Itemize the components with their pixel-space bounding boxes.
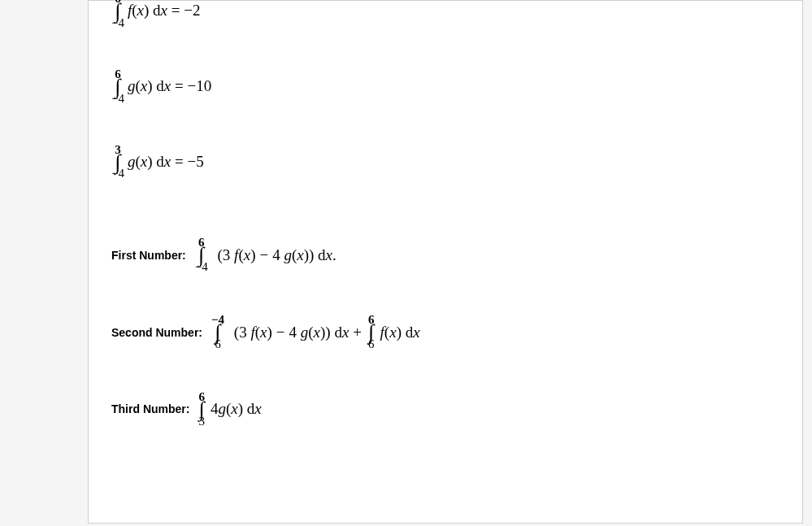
question-first-number: First Number: 6 ∫ −4 (3 f (x) − 4 g (x))…	[111, 237, 779, 273]
integral-symbol: −4 ∫ 6	[211, 314, 224, 350]
integral-symbol: 6 ∫ 3	[198, 391, 205, 428]
integral-lower-bound: 3	[198, 415, 205, 428]
integral-lower-bound: −4	[111, 167, 124, 180]
integral-expression: f (x) dx = −2	[128, 2, 201, 20]
math-expression: 6 ∫ 3 4g (x) dx	[196, 391, 261, 428]
question-second-number: Second Number: −4 ∫ 6 (3 f (x) − 4 g (x)…	[111, 314, 779, 350]
integral-lower-bound: 6	[215, 338, 221, 350]
math-expression: −4 ∫ 6 (3 f (x) − 4 g (x)) dx + 6 ∫ 6	[209, 314, 420, 350]
integral-symbol: 6 ∫ −4	[195, 237, 208, 273]
question-label: Third Number:	[111, 402, 189, 415]
integral-symbol: 3 ∫ −4	[111, 144, 124, 180]
integral-lower-bound: −4	[111, 93, 124, 105]
question-third-number: Third Number: 6 ∫ 3 4g (x) dx	[111, 391, 779, 428]
integral-expression: g (x) dx = −5	[128, 154, 204, 171]
content-inner: 6 ∫ −4 f (x) dx = −2 6 ∫ −4	[89, 0, 802, 428]
integral-expression: g (x) dx = −10	[128, 78, 211, 95]
integral-lower-bound: 6	[368, 338, 375, 350]
question-label: First Number:	[111, 249, 186, 262]
content-panel: 6 ∫ −4 f (x) dx = −2 6 ∫ −4	[88, 0, 803, 524]
given-integral-2: 6 ∫ −4 g (x) dx = −10	[111, 68, 779, 105]
integral-lower-bound: −4	[195, 261, 208, 273]
integral-symbol: 6 ∫ −4	[111, 0, 124, 29]
given-integral-3: 3 ∫ −4 g (x) dx = −5	[111, 144, 779, 180]
integral-lower-bound: −4	[111, 17, 124, 29]
integral-symbol: 6 ∫ 6	[368, 314, 375, 350]
question-label: Second Number:	[111, 326, 202, 339]
math-expression: 6 ∫ −4 (3 f (x) − 4 g (x)) dx.	[193, 237, 337, 273]
integral-symbol: 6 ∫ −4	[111, 68, 124, 105]
given-integral-1: 6 ∫ −4 f (x) dx = −2	[111, 0, 779, 29]
